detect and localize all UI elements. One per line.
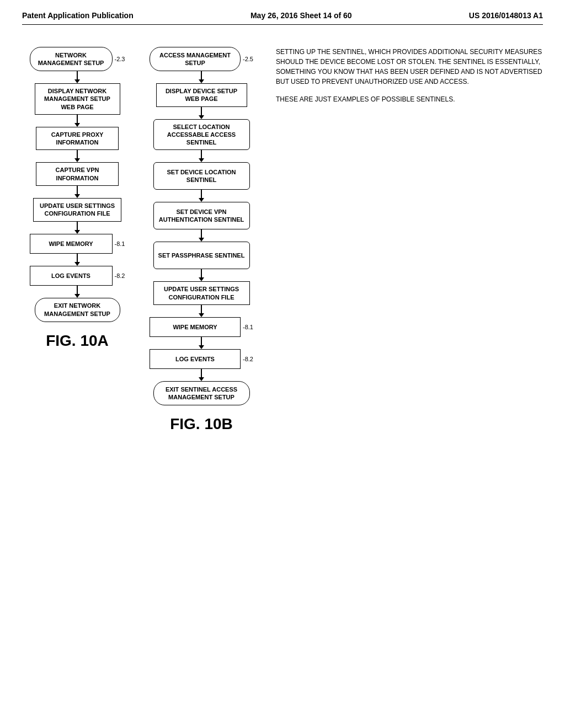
box-access-mgmt-setup: ACCESS MANAGEMENT SETUP	[150, 47, 241, 71]
box-log-events-a: LOG EVENTS	[30, 266, 113, 286]
fig10a-row1: NETWORK MANAGEMENT SETUP -2.3	[22, 47, 132, 71]
box-wipe-memory-b: WIPE MEMORY	[150, 317, 241, 337]
ref-8-2-b: -8.2	[243, 356, 253, 362]
fig10b-row9: LOG EVENTS -8.2	[138, 349, 265, 369]
box-capture-proxy: CAPTURE PROXY INFORMATION	[36, 127, 119, 151]
connector3a	[74, 150, 80, 162]
fig10b-row6: SET PASSPHRASE SENTINEL	[138, 242, 265, 269]
box-set-device-location: SET DEVICE LOCATION SENTINEL	[153, 162, 250, 190]
box-display-device-setup: DISPLAY DEVICE SETUP WEB PAGE	[156, 83, 247, 107]
connector3b	[199, 150, 204, 162]
box-display-network-setup: DISPLAY NETWORK MANAGEMENT SETUP WEB PAG…	[35, 83, 120, 115]
connector1a	[74, 71, 80, 83]
ref-8-1-b: -8.1	[243, 324, 253, 330]
fig10b-row4: SET DEVICE LOCATION SENTINEL	[138, 162, 265, 190]
connector4a	[74, 186, 80, 198]
page: Patent Application Publication May 26, 2…	[0, 0, 565, 728]
box-set-vpn-auth-sentinel: SET DEVICE VPN AUTHENTICATION SENTINEL	[153, 202, 250, 229]
ref-2-3: -2.3	[115, 56, 125, 62]
fig10a-row6: WIPE MEMORY -8.1	[22, 234, 132, 254]
connector2a	[74, 115, 80, 127]
fig10b-row1: ACCESS MANAGEMENT SETUP -2.5	[138, 47, 265, 71]
header-center: May 26, 2016 Sheet 14 of 60	[250, 11, 352, 20]
box-select-location: SELECT LOCATION ACCESSABLE ACCESS SENTIN…	[153, 119, 250, 151]
annotation-column: SETTING UP THE SENTINEL, WHICH PROVIDES …	[265, 47, 543, 433]
connector6b	[199, 269, 204, 281]
fig10b-row5: SET DEVICE VPN AUTHENTICATION SENTINEL	[138, 202, 265, 229]
page-header: Patent Application Publication May 26, 2…	[22, 11, 543, 25]
fig10a-row5: UPDATE USER SETTINGS CONFIGURATION FILE	[22, 198, 132, 222]
connector7b	[199, 305, 204, 317]
connector7a	[74, 286, 80, 298]
connector4b	[199, 190, 204, 202]
header-right: US 2016/0148013 A1	[469, 11, 543, 20]
ref-8-1-a: -8.1	[115, 240, 125, 247]
main-content: NETWORK MANAGEMENT SETUP -2.3 DISPLAY NE…	[22, 41, 543, 433]
box-exit-network-mgmt: EXIT NETWORK MANAGEMENT SETUP	[35, 298, 120, 322]
box-update-user-settings-a: UPDATE USER SETTINGS CONFIGURATION FILE	[33, 198, 121, 222]
connector8b	[199, 337, 204, 349]
fig10a-row4: CAPTURE VPN INFORMATION	[22, 162, 132, 186]
fig10a-row8: EXIT NETWORK MANAGEMENT SETUP	[22, 298, 132, 322]
fig10b-row10: EXIT SENTINEL ACCESS MANAGEMENT SETUP	[138, 381, 265, 405]
box-network-mgmt-setup: NETWORK MANAGEMENT SETUP	[30, 47, 113, 71]
fig10b-label: FIG. 10B	[170, 415, 233, 433]
connector1b	[199, 71, 204, 83]
connector2b	[199, 107, 204, 119]
fig10b-row2: DISPLAY DEVICE SETUP WEB PAGE	[138, 83, 265, 107]
connector5b	[199, 229, 204, 242]
fig10b-row8: WIPE MEMORY -8.1	[138, 317, 265, 337]
connector6a	[74, 254, 80, 266]
annotation-1: SETTING UP THE SENTINEL, WHICH PROVIDES …	[276, 47, 543, 87]
box-update-user-settings-b: UPDATE USER SETTINGS CONFIGURATION FILE	[153, 281, 250, 305]
ref-8-2-a: -8.2	[115, 272, 125, 279]
box-set-passphrase-sentinel: SET PASSPHRASE SENTINEL	[153, 242, 250, 269]
fig10a-row2: DISPLAY NETWORK MANAGEMENT SETUP WEB PAG…	[22, 83, 132, 115]
box-capture-vpn: CAPTURE VPN INFORMATION	[36, 162, 119, 186]
connector5a	[74, 222, 80, 234]
box-exit-sentinel-access: EXIT SENTINEL ACCESS MANAGEMENT SETUP	[153, 381, 250, 405]
box-log-events-b: LOG EVENTS	[150, 349, 241, 369]
fig10a-row3: CAPTURE PROXY INFORMATION	[22, 127, 132, 151]
header-left: Patent Application Publication	[22, 11, 134, 20]
fig10b-flowchart: ACCESS MANAGEMENT SETUP -2.5 DISPLAY DEV…	[138, 47, 265, 433]
fig10b-row7: UPDATE USER SETTINGS CONFIGURATION FILE	[138, 281, 265, 305]
ref-2-5: -2.5	[243, 56, 253, 62]
fig10a-label: FIG. 10A	[46, 332, 109, 350]
fig10a-flowchart: NETWORK MANAGEMENT SETUP -2.3 DISPLAY NE…	[22, 47, 132, 433]
fig10a-row7: LOG EVENTS -8.2	[22, 266, 132, 286]
annotation-2: THESE ARE JUST EXAMPLES OF POSSIBLE SENT…	[276, 94, 543, 104]
fig10b-row3: SELECT LOCATION ACCESSABLE ACCESS SENTIN…	[138, 119, 265, 151]
connector9b	[199, 369, 204, 381]
box-wipe-memory-a: WIPE MEMORY	[30, 234, 113, 254]
